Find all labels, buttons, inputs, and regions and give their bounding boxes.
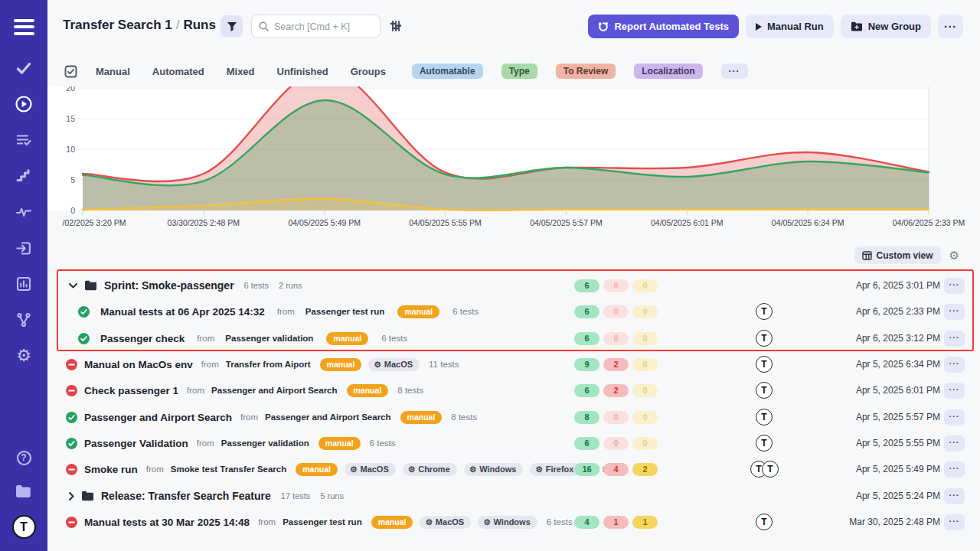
failed-count: 4 [603,463,629,476]
assignee-avatars: T [756,514,773,530]
assignee-avatars: T [756,303,773,320]
tests-count: 6 tests [381,334,407,343]
run-row[interactable]: Passenger and Airport SearchfromPassenge… [47,404,980,430]
header-more-button[interactable]: ··· [938,15,963,38]
avatar: T [756,356,773,373]
help-button[interactable]: ? [14,448,34,468]
row-more-button[interactable]: ··· [944,278,965,294]
manual-badge: manual [318,437,361,450]
failed-count: 0 [603,279,629,292]
bar-chart-icon [15,276,32,292]
source-suite: Passenger validation [221,439,309,448]
new-group-button[interactable]: New Group [841,15,931,38]
group-title: Release: Transfer Search Feature [101,490,271,502]
row-more-button[interactable]: ··· [944,409,965,425]
filter-chip-type[interactable]: Type [501,64,537,79]
breadcrumb-project[interactable]: Transfer Search 1 [63,18,172,32]
tab-mixed[interactable]: Mixed [227,66,255,77]
search-icon [259,21,269,31]
from-label: from [197,439,214,448]
pulse-icon [15,204,32,220]
row-more-button[interactable]: ··· [944,304,965,320]
tests-count: 8 tests [397,386,423,395]
row-more-button[interactable]: ··· [944,357,965,373]
tab-automated[interactable]: Automated [152,66,204,77]
group-row[interactable]: Release: Transfer Search Feature17 tests… [47,483,980,509]
source-suite: Passenger and Airport Search [211,386,337,395]
sidebar-item-milestones[interactable] [14,166,34,186]
row-main: Passenger checkfromPassenger validationm… [47,332,407,345]
import-icon [15,240,33,257]
search-input[interactable] [274,21,366,32]
skipped-count: 0 [632,384,658,397]
custom-view-button[interactable]: Custom view [854,246,941,264]
run-row[interactable]: Manual on MacOs envfromTransfer from Aip… [47,351,980,377]
tab-manual[interactable]: Manual [96,66,130,77]
row-more-button[interactable]: ··· [944,514,965,530]
env-chip-macos: ⚙MacOS [345,463,396,476]
tab-groups[interactable]: Groups [351,66,386,77]
skipped-count: 0 [632,279,658,292]
env-label: Firefox [546,465,574,474]
view-settings-gear-icon[interactable]: ⚙ [949,249,959,261]
run-row[interactable]: Smoke runfromSmoke test Transfer Searchm… [47,456,980,482]
row-more-button[interactable]: ··· [944,488,965,504]
filter-chip-automatable[interactable]: Automatable [412,64,483,79]
assignee-avatars: TT [750,461,779,478]
manual-run-label: Manual Run [767,21,824,32]
menu-icon[interactable] [14,15,34,38]
row-more-button[interactable]: ··· [944,383,965,399]
tests-count: 6 tests [370,439,396,448]
result-counts: 600 [574,279,658,292]
failed-count: 0 [603,305,629,318]
filter-chip-to-review[interactable]: To Review [556,64,616,79]
sidebar-item-pulse[interactable] [14,202,34,222]
sidebar-item-plans[interactable] [14,130,34,150]
sidebar-item-import[interactable] [14,238,34,258]
run-row[interactable]: Passenger ValidationfromPassenger valida… [47,430,980,456]
row-more-button[interactable]: ··· [944,461,965,478]
failed-count: 0 [603,411,629,424]
run-title: Manual tests at 30 Mar 2025 14:48 [84,517,250,528]
library-button[interactable] [14,481,34,501]
sidebar-item-analytics[interactable] [14,274,34,294]
manual-run-button[interactable]: Manual Run [746,15,834,38]
filter-button[interactable] [220,15,243,37]
filter-chip-localization[interactable]: Localization [634,64,702,79]
group-row[interactable]: Sprint: Smoke-passenger6 tests2 runs600A… [47,272,980,298]
x-tick-label: 03/30/2025 2:48 PM [154,218,253,227]
avatar: T [756,514,773,530]
avatar: T [756,409,773,425]
from-label: from [197,334,214,343]
chevron-right-icon[interactable] [69,492,74,500]
run-title: Passenger check [100,333,185,344]
sidebar-item-settings[interactable]: ⚙ [14,346,34,366]
row-more-button[interactable]: ··· [944,331,965,347]
tab-unfinished[interactable]: Unfinished [277,66,328,77]
sliders-icon [390,20,402,32]
filter-chip--[interactable]: ··· [721,64,748,79]
from-label: from [240,412,258,422]
sidebar-item-runs[interactable] [14,94,34,114]
sidebar-item-versions[interactable] [14,310,34,330]
env-label: MacOS [436,517,464,527]
run-row[interactable]: Passenger checkfromPassenger validationm… [47,325,980,351]
failed-count: 0 [603,332,629,345]
adjustments-button[interactable] [390,20,402,35]
table-view-icon [862,251,872,260]
sidebar-item-tests[interactable] [14,58,34,78]
passed-count: 16 [574,463,599,476]
env-label: MacOS [360,465,388,474]
chevron-down-icon[interactable] [69,283,77,289]
tests-count: 11 tests [429,360,459,369]
run-row[interactable]: Manual tests at 06 Apr 2025 14:32fromPas… [47,298,980,324]
row-more-button[interactable]: ··· [944,435,965,452]
tabs-row: ManualAutomatedMixedUnfinishedGroups Aut… [64,64,748,79]
run-row[interactable]: Check passenger 1fromPassenger and Airpo… [47,377,980,403]
select-all-button[interactable] [64,65,77,78]
report-automated-tests-button[interactable]: Report Automated Tests [588,15,739,38]
run-row[interactable]: Manual tests at 30 Mar 2025 14:48fromPas… [47,509,980,535]
group-runs-count: 5 runs [320,491,344,500]
manual-badge: manual [320,358,362,371]
workspace-logo[interactable]: T [12,515,36,539]
